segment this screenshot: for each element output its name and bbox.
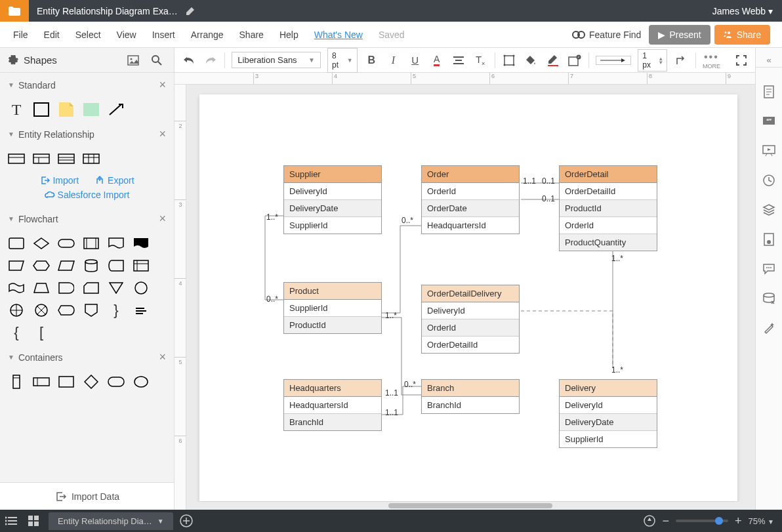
magic-icon[interactable] <box>761 320 777 336</box>
italic-icon[interactable]: I <box>386 52 401 68</box>
entity-supplier[interactable]: Supplier DeliveryId DeliveryDate Supplie… <box>283 165 382 234</box>
line-style[interactable] <box>596 56 631 65</box>
font-size-select[interactable]: 8 pt▼ <box>327 48 358 73</box>
whats-new-link[interactable]: What's New <box>306 30 371 40</box>
undo-icon[interactable] <box>181 52 196 68</box>
fc-trap[interactable] <box>33 281 50 295</box>
fc-db[interactable] <box>83 258 100 273</box>
history-icon[interactable] <box>761 173 777 188</box>
zoom-out-icon[interactable]: − <box>662 514 669 528</box>
gear-icon[interactable] <box>8 55 18 66</box>
menu-arrange[interactable]: Arrange <box>183 30 232 40</box>
master-icon[interactable] <box>761 232 777 247</box>
entity-delivery[interactable]: Delivery DeliveryId DeliveryDate Supplie… <box>559 379 657 448</box>
er-import-link[interactable]: Import <box>39 175 79 186</box>
fc-bracket[interactable]: [ <box>33 325 50 340</box>
collapse-rail-icon[interactable]: « <box>756 53 782 68</box>
cont-4[interactable] <box>83 375 100 389</box>
page-settings-icon[interactable] <box>761 84 777 100</box>
fc-delay[interactable] <box>58 281 75 295</box>
fc-hex[interactable] <box>33 258 50 273</box>
user-menu[interactable]: James Webb ▾ <box>703 6 782 16</box>
shape-er-4[interactable] <box>83 152 100 166</box>
page-tab[interactable]: Entity Relationship Dia…▼ <box>49 512 173 530</box>
menu-view[interactable]: View <box>109 30 144 40</box>
shape-er-1[interactable] <box>8 152 25 166</box>
fc-sum[interactable] <box>8 303 25 317</box>
fc-merge[interactable] <box>108 281 125 295</box>
fc-para[interactable] <box>58 258 75 273</box>
cont-2[interactable] <box>33 375 50 389</box>
shape-er-2[interactable] <box>33 152 50 166</box>
fc-display[interactable] <box>58 303 75 317</box>
cont-6[interactable] <box>133 375 150 389</box>
shape-options-icon[interactable] <box>567 52 582 68</box>
chat-icon[interactable] <box>761 261 777 277</box>
shape-bounds-icon[interactable] <box>502 52 517 68</box>
redo-icon[interactable] <box>203 52 218 68</box>
zoom-level[interactable]: 75% ▼ <box>748 516 774 526</box>
fc-note[interactable] <box>133 303 150 317</box>
entity-headquarters[interactable]: Headquarters HeadquartersId BranchId <box>283 379 382 431</box>
share-button[interactable]: Share <box>714 25 770 45</box>
fc-offpage[interactable] <box>83 303 100 317</box>
fc-intern[interactable] <box>133 258 150 273</box>
cont-1[interactable] <box>8 375 25 389</box>
category-er[interactable]: ▼ Entity Relationship × <box>0 122 174 146</box>
grid-view-icon[interactable] <box>22 510 45 532</box>
horizontal-scrollbar[interactable] <box>198 502 755 510</box>
fc-predef[interactable] <box>83 236 100 251</box>
comments-icon[interactable]: ❝❞ <box>761 113 777 129</box>
fc-brace-l[interactable]: { <box>8 325 25 340</box>
fill-icon[interactable] <box>524 52 539 68</box>
entity-orderdetail[interactable]: OrderDetail OrderDetailId ProductId Orde… <box>559 165 657 251</box>
clear-format-icon[interactable]: T× <box>473 52 488 68</box>
search-icon[interactable] <box>148 51 166 70</box>
fc-or[interactable] <box>33 303 50 317</box>
menu-share[interactable]: Share <box>232 30 272 40</box>
more-button[interactable]: •••MORE <box>703 51 720 70</box>
close-icon[interactable]: × <box>159 127 166 141</box>
entity-product[interactable]: Product SupplierId ProductId <box>283 282 382 334</box>
menu-file[interactable]: File <box>5 30 36 40</box>
canvas[interactable]: Supplier DeliveryId DeliveryDate Supplie… <box>186 85 755 510</box>
menu-insert[interactable]: Insert <box>144 30 183 40</box>
line-width-select[interactable]: 1 px▴▾ <box>638 49 667 72</box>
menu-edit[interactable]: Edit <box>36 30 68 40</box>
fc-diamond[interactable] <box>33 236 50 251</box>
fc-tape[interactable] <box>8 281 25 295</box>
edit-title-icon[interactable] <box>186 7 195 16</box>
layers-icon[interactable] <box>761 202 777 218</box>
fc-brace-r[interactable]: } <box>108 303 125 317</box>
shape-note[interactable] <box>58 102 75 117</box>
category-containers[interactable]: ▼ Containers × <box>0 345 174 369</box>
cont-3[interactable] <box>58 375 75 389</box>
entity-order[interactable]: Order OrderId OrderDate HeadquartersId <box>421 165 520 234</box>
data-link-icon[interactable] <box>761 291 777 306</box>
page[interactable]: Supplier DeliveryId DeliveryDate Supplie… <box>199 94 737 501</box>
present-button[interactable]: ▶ Present <box>649 25 710 45</box>
category-flowchart[interactable]: ▼ Flowchart × <box>0 207 174 231</box>
bold-icon[interactable]: B <box>364 52 379 68</box>
fc-stored[interactable] <box>108 258 125 273</box>
fullscreen-icon[interactable] <box>733 52 749 68</box>
er-export-link[interactable]: Export <box>94 175 134 186</box>
import-data-button[interactable]: Import Data <box>0 482 174 510</box>
menu-select[interactable]: Select <box>68 30 109 40</box>
menu-help[interactable]: Help <box>272 30 306 40</box>
shape-rect[interactable] <box>33 102 50 117</box>
present-panel-icon[interactable] <box>761 143 777 159</box>
font-select[interactable]: Liberation Sans▼ <box>232 52 321 68</box>
image-icon[interactable] <box>124 51 142 70</box>
fc-doc[interactable] <box>108 236 125 251</box>
line-route-icon[interactable] <box>674 52 689 68</box>
folder-icon[interactable] <box>0 0 29 22</box>
entity-orderdetaildelivery[interactable]: OrderDetailDelivery DeliveryId OrderId O… <box>421 285 520 354</box>
fc-doc2[interactable] <box>133 236 150 251</box>
entity-branch[interactable]: Branch BranchId <box>421 379 520 414</box>
auto-zoom-icon[interactable] <box>644 515 655 527</box>
feature-find[interactable]: Feature Find <box>564 30 649 40</box>
fc-manual[interactable] <box>8 258 25 273</box>
fc-conn[interactable] <box>133 281 150 295</box>
fc-terminator[interactable] <box>58 236 75 251</box>
